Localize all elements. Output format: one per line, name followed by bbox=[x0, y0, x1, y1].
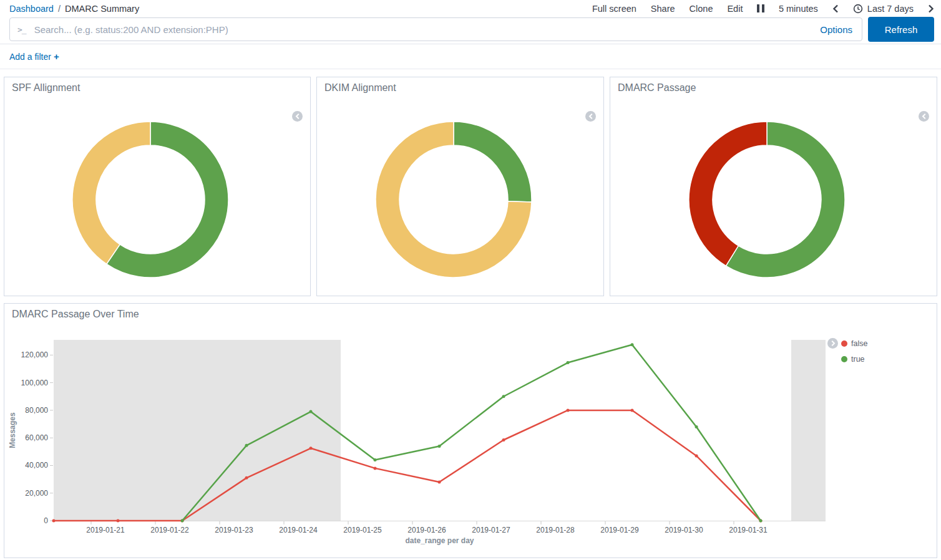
spf-donut-chart[interactable] bbox=[63, 112, 238, 287]
clone-button[interactable]: Clone bbox=[690, 4, 713, 14]
time-range-picker[interactable]: Last 7 days bbox=[853, 4, 914, 14]
x-axis-title: date_range per day bbox=[405, 536, 474, 545]
dkim-donut-chart[interactable] bbox=[366, 112, 541, 287]
x-axis-tick-label: 2019-01-26 bbox=[407, 526, 446, 534]
legend-item-true[interactable]: true bbox=[841, 355, 867, 364]
data-point-marker[interactable] bbox=[695, 454, 698, 457]
dmarc-over-time-line-chart[interactable]: 2019-01-212019-01-222019-01-232019-01-24… bbox=[4, 304, 937, 558]
y-axis-tick-label: 60,000 bbox=[25, 433, 48, 442]
legend-collapse-button[interactable] bbox=[585, 111, 596, 122]
chevron-right-icon bbox=[831, 340, 836, 346]
plus-icon: + bbox=[54, 51, 59, 62]
x-axis-tick-label: 2019-01-24 bbox=[279, 526, 318, 534]
search-box: >_ Options bbox=[9, 17, 862, 41]
chevron-left-icon bbox=[922, 113, 927, 119]
data-point-marker[interactable] bbox=[631, 408, 634, 412]
time-forward-button[interactable] bbox=[928, 4, 934, 13]
legend-label: true bbox=[851, 355, 865, 364]
donut-panels-row: SPF Allignment DKIM Alignment DMARC Pass… bbox=[4, 77, 937, 296]
top-nav-bar: Dashboard / DMARC Summary Full screen Sh… bbox=[0, 0, 941, 15]
panel-title: DKIM Alignment bbox=[317, 77, 603, 99]
share-button[interactable]: Share bbox=[651, 4, 675, 14]
data-point-marker[interactable] bbox=[759, 519, 763, 523]
legend-dot-icon bbox=[841, 340, 847, 347]
legend-label: false bbox=[851, 339, 867, 348]
breadcrumb-separator: / bbox=[58, 4, 61, 14]
panel-title: DMARC Passage Over Time bbox=[4, 304, 937, 325]
data-point-marker[interactable] bbox=[631, 343, 634, 346]
time-back-button[interactable] bbox=[832, 4, 839, 13]
x-axis-tick-label: 2019-01-30 bbox=[665, 526, 703, 534]
full-screen-button[interactable]: Full screen bbox=[592, 4, 636, 14]
data-point-marker[interactable] bbox=[502, 438, 505, 442]
y-axis-tick-label: 120,000 bbox=[21, 350, 49, 359]
panel-dkim-alignment: DKIM Alignment bbox=[316, 77, 604, 296]
x-axis-tick-label: 2019-01-25 bbox=[343, 526, 382, 534]
data-point-marker[interactable] bbox=[310, 447, 313, 450]
edit-button[interactable]: Edit bbox=[727, 4, 743, 14]
refresh-interval-button[interactable]: 5 minutes bbox=[779, 4, 818, 14]
panel-spf-alignment: SPF Allignment bbox=[4, 77, 311, 296]
data-point-marker[interactable] bbox=[502, 395, 505, 398]
data-point-marker[interactable] bbox=[567, 408, 570, 412]
x-axis-tick-label: 2019-01-28 bbox=[536, 526, 575, 534]
y-axis-tick-label: 80,000 bbox=[25, 406, 48, 415]
clock-icon bbox=[853, 4, 863, 14]
options-link[interactable]: Options bbox=[820, 24, 852, 35]
x-axis-tick-label: 2019-01-27 bbox=[472, 526, 510, 534]
data-point-marker[interactable] bbox=[374, 466, 377, 470]
breadcrumb: Dashboard / DMARC Summary bbox=[9, 4, 139, 14]
panel-dmarc-passage-over-time: DMARC Passage Over Time 2019-01-212019-0… bbox=[4, 303, 937, 558]
y-axis-tick-label: 0 bbox=[44, 516, 48, 525]
time-range-shaded-band bbox=[791, 340, 826, 521]
data-point-marker[interactable] bbox=[438, 445, 441, 448]
terminal-prompt-icon: >_ bbox=[17, 25, 26, 34]
legend-dot-icon bbox=[841, 356, 847, 362]
data-point-marker[interactable] bbox=[245, 476, 248, 480]
legend-expand-button[interactable] bbox=[827, 338, 838, 349]
data-point-marker[interactable] bbox=[567, 361, 570, 364]
chevron-left-icon bbox=[295, 113, 300, 119]
chevron-left-icon bbox=[832, 4, 839, 13]
y-axis-tick-label: 20,000 bbox=[25, 489, 48, 498]
x-axis-tick-label: 2019-01-29 bbox=[600, 526, 639, 534]
chevron-left-icon bbox=[588, 113, 593, 119]
chevron-right-icon bbox=[928, 4, 934, 13]
refresh-button[interactable]: Refresh bbox=[868, 17, 934, 42]
x-axis-tick-label: 2019-01-21 bbox=[86, 526, 125, 534]
data-point-marker[interactable] bbox=[695, 425, 698, 428]
legend-collapse-button[interactable] bbox=[919, 111, 929, 122]
donut-slice[interactable] bbox=[454, 122, 532, 202]
y-axis-title: Messages bbox=[8, 412, 17, 448]
page-title: DMARC Summary bbox=[65, 4, 139, 14]
breadcrumb-dashboard-link[interactable]: Dashboard bbox=[9, 4, 54, 14]
x-axis-tick-label: 2019-01-23 bbox=[215, 526, 253, 534]
chart-legend: falsetrue bbox=[841, 339, 867, 364]
x-axis-tick-label: 2019-01-31 bbox=[729, 526, 768, 534]
time-range-shaded-band bbox=[54, 340, 341, 521]
data-point-marker[interactable] bbox=[117, 519, 120, 523]
data-point-marker[interactable] bbox=[52, 519, 56, 523]
panel-dmarc-passage: DMARC Passage bbox=[610, 77, 937, 296]
data-point-marker[interactable] bbox=[438, 481, 441, 484]
pause-autorefresh-icon[interactable] bbox=[757, 4, 764, 12]
dmarc-donut-chart[interactable] bbox=[680, 112, 854, 287]
query-bar: >_ Options Refresh bbox=[0, 15, 941, 44]
add-filter-link[interactable]: Add a filter+ bbox=[9, 51, 59, 62]
data-point-marker[interactable] bbox=[245, 444, 248, 447]
panel-title: SPF Allignment bbox=[4, 77, 310, 99]
donut-slice[interactable] bbox=[689, 122, 767, 266]
x-axis-tick-label: 2019-01-22 bbox=[150, 526, 189, 534]
data-point-marker[interactable] bbox=[181, 519, 184, 523]
y-axis-tick-label: 100,000 bbox=[21, 379, 49, 387]
donut-slice[interactable] bbox=[72, 122, 150, 264]
dashboard-grid: SPF Allignment DKIM Alignment DMARC Pass… bbox=[0, 69, 941, 558]
filter-bar: Add a filter+ bbox=[0, 44, 941, 69]
data-point-marker[interactable] bbox=[310, 410, 313, 413]
legend-collapse-button[interactable] bbox=[292, 111, 303, 122]
legend-item-false[interactable]: false bbox=[841, 339, 867, 348]
data-point-marker[interactable] bbox=[374, 458, 377, 461]
dashboard-menu: Full screen Share Clone Edit 5 minutes L… bbox=[592, 4, 934, 14]
search-input[interactable] bbox=[33, 24, 811, 36]
panel-title: DMARC Passage bbox=[610, 77, 937, 99]
